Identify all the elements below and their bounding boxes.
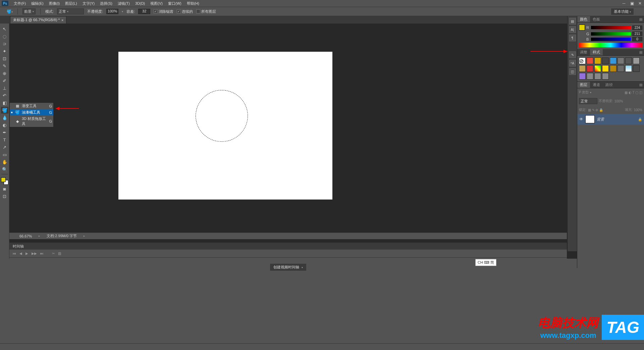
color-tab[interactable]: 颜色 (577, 16, 590, 23)
style-swatch[interactable] (587, 57, 593, 64)
zoom-level[interactable]: 66.67% (19, 234, 32, 238)
dock-history-icon[interactable]: ▤ (569, 18, 576, 25)
canvas-area[interactable] (9, 24, 644, 259)
style-swatch[interactable] (579, 65, 586, 72)
stamp-tool[interactable]: ⊥ (1, 85, 8, 91)
antialias-checkbox[interactable]: ✓消除锯齿 (154, 9, 173, 14)
menu-edit[interactable]: 编辑(E) (29, 1, 46, 6)
bucket-tool[interactable]: 🪣 (1, 107, 8, 114)
contiguous-checkbox[interactable]: ✓连续的 (177, 9, 193, 14)
timeline-prev[interactable]: ◀ (19, 252, 22, 255)
brush-tool[interactable]: ✐ (1, 77, 8, 84)
timeline-rewind[interactable]: ⏮ (13, 252, 16, 255)
swatches-tab[interactable]: 色板 (590, 16, 603, 23)
style-swatch[interactable] (625, 65, 632, 72)
path-tool[interactable]: ↗ (1, 144, 8, 150)
opacity-input[interactable]: 100% (106, 9, 118, 14)
heal-tool[interactable]: ⊕ (1, 70, 8, 77)
fill-value[interactable]: 100% (634, 108, 642, 112)
timeline-transition[interactable]: ▨ (58, 252, 61, 255)
zoom-tool[interactable]: 🔍 (1, 166, 8, 173)
menu-image[interactable]: 图像(I) (46, 1, 62, 6)
crop-tool[interactable]: ⊡ (1, 55, 8, 62)
layer-thumbnail[interactable] (585, 115, 595, 123)
panel-menu-icon[interactable]: ▤ (638, 50, 644, 54)
close-button[interactable]: ✕ (636, 0, 644, 7)
adjustments-tab[interactable]: 调整 (577, 49, 590, 55)
dock-para-icon[interactable]: ¶ (569, 35, 576, 41)
style-swatch[interactable] (602, 57, 609, 64)
style-swatch[interactable] (579, 73, 586, 80)
dock-char-icon[interactable]: A| (569, 26, 576, 33)
maximize-button[interactable]: ▣ (628, 0, 636, 7)
shape-tool[interactable]: ▭ (1, 151, 8, 158)
menu-3d[interactable]: 3D(D) (132, 1, 148, 5)
document-tab[interactable]: 未标题-1 @ 66.7%(RGB/8) *× (10, 16, 66, 24)
style-swatch[interactable] (618, 57, 624, 64)
channels-tab[interactable]: 通道 (590, 82, 603, 88)
style-swatch[interactable] (610, 57, 616, 64)
style-swatch[interactable] (594, 65, 601, 72)
g-value[interactable]: 211 (632, 32, 642, 36)
doc-info[interactable]: 文档:2.99M/0 字节 (47, 233, 77, 238)
menu-help[interactable]: 帮助(H) (184, 1, 202, 6)
style-swatch[interactable] (625, 57, 632, 64)
foreground-swatch[interactable] (1, 177, 6, 182)
layer-opacity-value[interactable]: 100% (614, 99, 623, 103)
b-slider[interactable] (591, 38, 631, 41)
b-value[interactable]: 0 (632, 37, 642, 41)
r-value[interactable]: 224 (632, 26, 642, 30)
color-spectrum[interactable] (579, 43, 642, 47)
workspace-switcher[interactable]: 基本功能 ▾ (611, 8, 634, 15)
mode-dropdown[interactable]: 正常▾ (57, 8, 84, 14)
layer-row[interactable]: 👁 背景 🔒 (577, 114, 644, 125)
eraser-tool[interactable]: ◧ (1, 99, 8, 106)
g-slider[interactable] (591, 32, 631, 36)
timeline-cut[interactable]: ✂ (52, 252, 55, 255)
tolerance-input[interactable]: 32 (138, 9, 150, 14)
alllayers-checkbox[interactable]: 所有图层 (196, 9, 216, 14)
screenmode-toggle[interactable]: ⊡ (1, 193, 8, 200)
eyedropper-tool[interactable]: ✎ (1, 62, 8, 69)
menu-layer[interactable]: 图层(L) (62, 1, 79, 6)
dodge-tool[interactable]: ◐ (1, 122, 8, 128)
panel-menu-icon[interactable]: ▤ (638, 83, 644, 87)
dock-char2-icon[interactable]: ᴬA (569, 60, 576, 67)
marquee-tool[interactable]: ◌ (1, 33, 8, 40)
layer-name[interactable]: 背景 (597, 117, 636, 122)
menu-view[interactable]: 视图(V) (148, 1, 165, 6)
flyout-gradient[interactable]: ▦ 渐变工具 G (10, 103, 53, 109)
dock-3d-icon[interactable]: ◫ (569, 68, 576, 75)
flyout-3d-material[interactable]: ◆ 3D 材质拖放工具 G (10, 116, 53, 127)
r-slider[interactable] (591, 26, 631, 29)
close-tab-icon[interactable]: × (61, 18, 63, 22)
style-swatch[interactable] (602, 65, 609, 72)
color-preview-swatch[interactable] (579, 25, 585, 31)
create-timeline-button[interactable]: 创建视频时间轴 ▾ (270, 263, 306, 271)
visibility-icon[interactable]: 👁 (579, 117, 583, 122)
minimize-button[interactable]: ─ (620, 0, 628, 7)
blend-mode-dropdown[interactable]: 正常 (579, 98, 597, 104)
panel-menu-icon[interactable]: ▤ (638, 17, 644, 21)
style-swatch[interactable] (633, 65, 640, 72)
layers-tab[interactable]: 图层 (577, 82, 590, 88)
timeline-play[interactable]: ▶ (25, 252, 28, 255)
flyout-paint-bucket[interactable]: ■🪣 油漆桶工具 G (10, 109, 53, 116)
color-swatches[interactable] (1, 177, 8, 185)
fill-source-dropdown[interactable]: 前景▾ (22, 8, 36, 14)
style-swatch[interactable] (633, 57, 640, 64)
menu-select[interactable]: 选择(S) (97, 1, 115, 6)
quickmask-toggle[interactable]: ◙ (1, 185, 8, 192)
style-swatch[interactable] (594, 73, 601, 80)
paths-tab[interactable]: 路径 (603, 82, 615, 88)
timeline-end[interactable]: ⏭ (40, 252, 44, 255)
style-swatch[interactable] (618, 65, 624, 72)
style-swatch[interactable] (610, 65, 616, 72)
style-swatch[interactable]: ⊘ (579, 57, 586, 64)
menu-file[interactable]: 文件(F) (11, 1, 29, 6)
style-swatch[interactable] (594, 57, 601, 64)
hand-tool[interactable]: ✋ (1, 159, 8, 165)
dock-brush-icon[interactable]: ✎ (569, 51, 576, 58)
style-swatch[interactable] (602, 73, 609, 80)
blur-tool[interactable]: 💧 (1, 114, 8, 121)
